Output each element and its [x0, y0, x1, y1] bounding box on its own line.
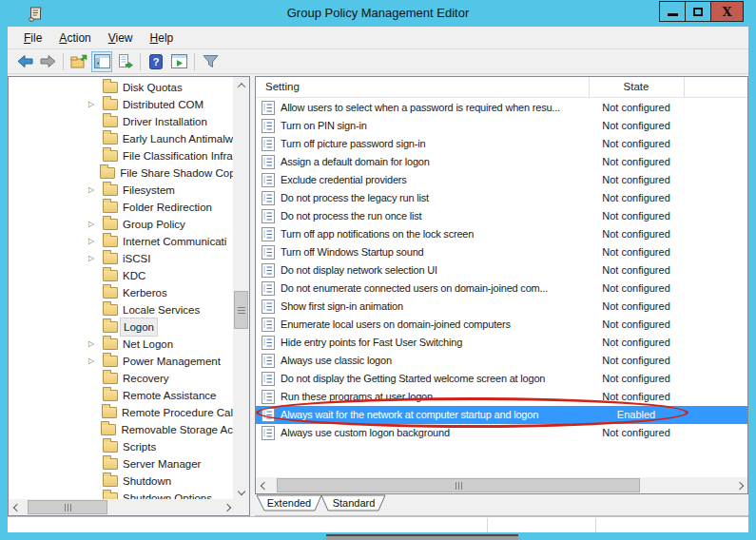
setting-row[interactable]: Always use classic logon Not configured [256, 352, 747, 370]
chevron-left-icon [12, 503, 20, 511]
tree-vscroll-thumb[interactable] [234, 291, 248, 329]
setting-row[interactable]: Do not process the legacy run list Not c… [256, 189, 747, 207]
policy-setting-icon [262, 119, 275, 133]
tree-item[interactable]: Early Launch Antimalw [9, 130, 233, 147]
folder-icon [103, 373, 118, 384]
tree-horizontal-scrollbar[interactable] [9, 499, 235, 515]
menu-item[interactable]: Action [50, 29, 99, 47]
tree-item[interactable]: Distributed COM [9, 96, 233, 113]
policy-setting-icon [262, 173, 275, 187]
tree-item[interactable]: Net Logon [9, 336, 233, 353]
tree-item[interactable]: Disk Quotas [9, 79, 233, 96]
setting-row[interactable]: Always use custom logon background Not c… [256, 424, 747, 442]
menu-item[interactable]: File [15, 29, 50, 47]
tree-item[interactable]: Power Management [9, 353, 233, 370]
action-pane-toggle-button[interactable] [168, 51, 189, 72]
tree-item[interactable]: Locale Services [9, 301, 233, 318]
tree-item[interactable]: Folder Redirection [9, 199, 233, 216]
tree-item[interactable]: Group Policy [9, 216, 233, 233]
setting-row[interactable]: Do not display network selection UI Not … [256, 261, 747, 280]
console-tree-toggle-button[interactable] [91, 51, 112, 72]
expand-arrow-icon[interactable] [88, 182, 97, 199]
help-button[interactable]: ? [145, 51, 166, 72]
tree-item[interactable]: Server Manager [9, 455, 233, 472]
setting-row[interactable]: Assign a default domain for logon Not co… [256, 153, 747, 171]
setting-row[interactable]: Always wait for the network at computer … [256, 406, 747, 424]
tree-item[interactable]: Removable Storage Ac [9, 421, 233, 438]
setting-row[interactable]: Turn off app notifications on the lock s… [256, 225, 747, 243]
setting-row[interactable]: Show first sign-in animation Not configu… [256, 298, 747, 316]
tree-item[interactable]: iSCSI [9, 250, 233, 267]
tree-item[interactable]: Scripts [9, 438, 233, 455]
expand-arrow-icon[interactable] [88, 336, 97, 353]
setting-row[interactable]: Turn on PIN sign-in Not configured [256, 117, 747, 135]
expand-arrow-icon[interactable] [88, 216, 97, 233]
setting-row[interactable]: Exclude credential providers Not configu… [256, 171, 747, 189]
list-hscroll-thumb[interactable] [277, 478, 640, 492]
column-divider[interactable] [589, 77, 590, 98]
tree-item[interactable]: Filesystem [9, 182, 233, 199]
tree-vertical-scrollbar[interactable] [233, 77, 249, 499]
policy-setting-icon [262, 390, 275, 404]
filter-button[interactable] [200, 51, 221, 72]
export-list-button[interactable] [114, 51, 135, 72]
back-button[interactable] [14, 51, 35, 72]
tree-item[interactable]: Driver Installation [9, 113, 233, 130]
folder-icon [103, 99, 118, 110]
window-title: Group Policy Management Editor [0, 0, 756, 27]
scroll-left-button[interactable] [256, 477, 272, 493]
setting-row[interactable]: Enumerate local users on domain-joined c… [256, 316, 747, 334]
tree-item[interactable]: Remote Procedure Cal [9, 404, 233, 421]
tree-item[interactable]: Shutdown Options [9, 490, 233, 499]
up-one-level-button[interactable] [68, 51, 89, 72]
expand-arrow-icon[interactable] [88, 233, 97, 250]
titlebar[interactable]: Group Policy Management Editor X [0, 0, 756, 27]
scroll-down-button[interactable] [233, 483, 249, 499]
background-window-fragment [326, 534, 518, 540]
tree-hscroll-thumb[interactable] [28, 500, 107, 514]
tree-item[interactable]: KDC [9, 267, 233, 284]
export-list-icon [117, 54, 133, 69]
expand-arrow-icon[interactable] [88, 250, 97, 267]
column-header-setting[interactable]: Setting [265, 77, 300, 97]
policy-setting-icon [262, 408, 275, 422]
tab-extended-label[interactable]: Extended [267, 497, 311, 509]
tree-item[interactable]: File Classification Infra [9, 147, 233, 164]
column-header-state[interactable]: State [589, 77, 684, 97]
tree-item[interactable]: Recovery [9, 370, 233, 387]
setting-row[interactable]: Turn off Windows Startup sound Not confi… [256, 243, 747, 261]
tree-item[interactable]: Internet Communicati [9, 233, 233, 250]
menu-item[interactable]: Help [142, 29, 183, 47]
expand-arrow-icon[interactable] [88, 353, 97, 370]
tree-item[interactable]: File Share Shadow Cop [9, 164, 233, 182]
setting-row[interactable]: Do not enumerate connected users on doma… [256, 280, 747, 298]
forward-button[interactable] [37, 51, 58, 72]
close-button[interactable]: X [711, 1, 744, 22]
up-one-level-folder-icon [70, 54, 87, 69]
setting-row[interactable]: Do not display the Getting Started welco… [256, 370, 747, 388]
scroll-right-button[interactable] [731, 477, 747, 493]
list-horizontal-scrollbar[interactable] [256, 477, 747, 493]
tree-item[interactable]: Logon [9, 318, 233, 336]
setting-row[interactable]: Turn off picture password sign-in Not co… [256, 135, 747, 153]
scroll-left-button[interactable] [9, 499, 25, 515]
maximize-button[interactable] [686, 1, 711, 22]
tab-standard-label[interactable]: Standard [333, 497, 376, 509]
folder-icon [103, 236, 118, 247]
column-divider[interactable] [684, 77, 685, 98]
tree-item[interactable]: Remote Assistance [9, 387, 233, 404]
setting-row[interactable]: Do not process the run once list Not con… [256, 207, 747, 225]
chevron-right-icon [223, 503, 230, 511]
setting-name: Show first sign-in animation [281, 298, 594, 316]
expand-arrow-icon[interactable] [88, 96, 97, 113]
setting-row[interactable]: Allow users to select when a password is… [256, 99, 747, 117]
folder-icon [103, 202, 118, 213]
menu-item[interactable]: View [100, 29, 142, 47]
scroll-up-button[interactable] [233, 77, 249, 93]
setting-row[interactable]: Run these programs at user logon Not con… [256, 388, 747, 406]
status-divider [487, 518, 488, 532]
minimize-button[interactable] [659, 1, 686, 22]
tree-item[interactable]: Kerberos [9, 284, 233, 301]
setting-row[interactable]: Hide entry points for Fast User Switchin… [256, 334, 747, 352]
tree-item[interactable]: Shutdown [9, 472, 233, 490]
